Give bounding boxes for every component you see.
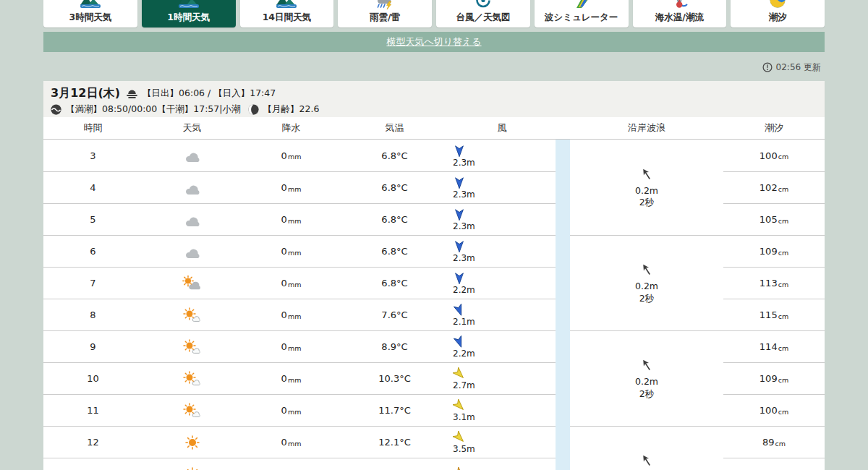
weather-icon-sunny <box>142 435 242 450</box>
table-row: 120mm12.1°C3.5m <box>43 426 556 458</box>
table-row: 80mm7.6°C2.1m <box>43 299 556 330</box>
precip-cell: 0mm <box>242 182 341 193</box>
weather-icon-cloudy <box>142 180 242 196</box>
weather-icon-sun-cloud <box>142 275 242 291</box>
wave-height: 0.2m <box>635 281 658 292</box>
landscape-icon <box>178 0 200 10</box>
col-header-weather: 天気 <box>142 121 242 134</box>
wind-arrow-icon <box>453 431 466 445</box>
weather-icon-mostly-sunny <box>142 339 242 355</box>
wind-cell: 2.1m <box>448 304 556 326</box>
tide-icon <box>767 0 788 10</box>
wind-arrow-icon <box>453 304 466 318</box>
wave-cell: 0.2m2秒 <box>570 235 723 330</box>
tab-tide[interactable]: 潮汐 <box>731 0 825 27</box>
wind-speed: 2.7m <box>453 381 475 390</box>
wave-period: 2秒 <box>639 197 654 208</box>
layout-switch-banner: 横型天気へ切り替える <box>43 32 825 52</box>
precip-cell: 0mm <box>242 373 341 384</box>
hour-cell: 7 <box>43 278 142 289</box>
tide-wave-icon <box>51 104 61 115</box>
precip-cell: 0mm <box>242 309 341 320</box>
table-row: 40mm6.8°C2.3m <box>43 171 556 203</box>
wind-cell <box>448 467 556 470</box>
precip-cell: 0mm <box>242 246 341 257</box>
table-row: 50mm6.8°C2.3m <box>43 203 556 235</box>
wave-height: 0.2m <box>635 376 658 388</box>
tide-cell: 100cm <box>723 140 825 171</box>
wind-speed: 2.2m <box>453 286 475 294</box>
wind-arrow-icon <box>453 467 466 470</box>
tide-cell: 109cm <box>723 235 825 267</box>
sunrise-sunset-text: 【日出】06:06 / 【日入】17:47 <box>142 87 276 100</box>
table-row: 130mm12.9°C <box>43 458 556 470</box>
tab-3h[interactable]: 3時間天気 <box>43 0 137 27</box>
hour-cell: 5 <box>43 214 142 225</box>
weather-icon-mostly-sunny <box>142 403 242 419</box>
moon-icon <box>248 104 259 115</box>
wind-arrow-icon <box>453 367 466 382</box>
tab-sea-temp[interactable]: 海水温/潮流 <box>633 0 727 27</box>
wind-cell: 2.3m <box>448 208 556 231</box>
tide-cell: 105cm <box>723 203 825 235</box>
switch-layout-link[interactable]: 横型天気へ切り替える <box>386 35 481 48</box>
date-heading: 3月12日(木) <box>51 86 120 101</box>
tide-cell: 113cm <box>723 267 825 299</box>
wave-direction-arrow-icon <box>639 262 655 281</box>
update-status: 02:56 更新 <box>43 61 821 73</box>
hour-cell: 3 <box>43 150 142 161</box>
wind-speed: 3.1m <box>453 413 475 422</box>
wave-direction-arrow-icon <box>639 453 655 470</box>
col-header-tide: 潮汐 <box>723 121 825 134</box>
wind-cell: 3.5m <box>448 431 556 453</box>
temp-cell: 6.8°C <box>341 182 448 193</box>
tide-cell: 78cm <box>723 458 825 470</box>
update-icon <box>762 62 773 72</box>
hour-cell: 6 <box>43 246 142 257</box>
wave-cell: 0.2m2秒 <box>570 330 723 426</box>
wave-period: 2秒 <box>639 388 654 400</box>
precip-cell: 0mm <box>242 278 341 289</box>
col-header-time: 時間 <box>43 121 142 134</box>
wave-section-strip <box>556 140 570 470</box>
landscape-icon <box>276 0 297 10</box>
tab-label: 3時間天気 <box>43 12 137 22</box>
precip-cell: 0mm <box>242 150 341 161</box>
rain-thunder-icon <box>374 0 396 10</box>
hour-cell: 8 <box>43 309 142 320</box>
tab-label: 雨雲/雷 <box>338 12 432 22</box>
wind-arrow-icon <box>453 145 466 159</box>
wind-cell: 2.3m <box>448 176 556 199</box>
col-header-wave: 沿岸波浪 <box>570 121 723 134</box>
tab-14d[interactable]: 14日間天気 <box>240 0 334 27</box>
tab-1h[interactable]: 1時間天気 <box>142 0 236 27</box>
wave-cell: 0.2m2秒 <box>570 140 723 235</box>
tab-label: 14日間天気 <box>240 12 334 22</box>
tab-rain-radar[interactable]: 雨雲/雷 <box>338 0 432 27</box>
wave-direction-arrow-icon <box>639 357 655 376</box>
precip-cell: 0mm <box>242 405 341 416</box>
table-header-row: 時間 天気 降水 気温 風 沿岸波浪 潮汐 <box>43 117 825 140</box>
temp-cell: 12.1°C <box>341 437 448 448</box>
tide-cell: 89cm <box>723 426 825 458</box>
weather-icon-cloudy <box>142 244 242 260</box>
col-header-wind: 風 <box>448 121 556 134</box>
wave-simulator-icon <box>571 0 592 10</box>
tab-wave-sim[interactable]: 波シミュレーター <box>535 0 629 27</box>
sunrise-icon <box>126 88 138 99</box>
tab-bar: 3時間天気1時間天気14日間天気雨雲/雷台風／天気図波シミュレーター海水温/潮流… <box>43 0 825 27</box>
table-row: 60mm6.8°C2.3m <box>43 235 556 267</box>
wind-cell: 3.1m <box>448 399 556 422</box>
temp-cell: 6.8°C <box>341 214 448 225</box>
hour-cell: 10 <box>43 373 142 384</box>
tab-typhoon[interactable]: 台風／天気図 <box>436 0 530 27</box>
tab-label: 1時間天気 <box>142 12 236 22</box>
wind-arrow-icon <box>453 336 466 350</box>
temp-cell: 6.8°C <box>341 150 448 161</box>
table-row: 90mm8.9°C2.2m <box>43 330 556 362</box>
wave-period: 2秒 <box>639 293 654 304</box>
tab-label: 台風／天気図 <box>436 12 530 22</box>
table-row: 110mm11.7°C3.1m <box>43 394 556 426</box>
tab-label: 潮汐 <box>731 12 825 22</box>
wind-speed: 2.1m <box>453 317 475 326</box>
